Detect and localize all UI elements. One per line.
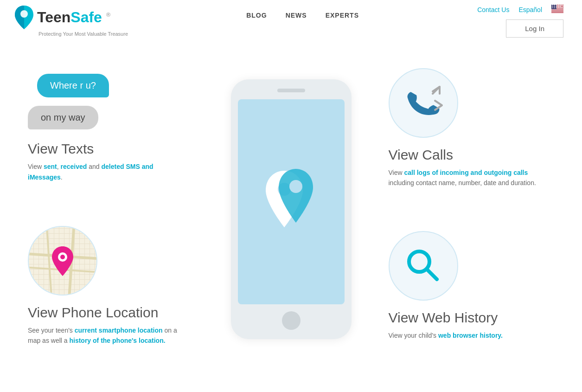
us-flag-icon: ★★★★★★ ★★★★★ ★★★★★★: [551, 5, 563, 15]
location-history-link[interactable]: history of the phone's location.: [69, 337, 165, 344]
call-logs-link[interactable]: call logs of incoming and outgoing calls: [404, 169, 528, 176]
svg-point-13: [289, 180, 302, 193]
sent-link[interactable]: sent: [44, 163, 57, 170]
main-nav: BLOG NEWS EXPERTS: [246, 12, 359, 19]
header-right: Contact Us Español ★★★★★★ ★★★★★ ★★★★★★: [477, 5, 563, 38]
nav-experts[interactable]: EXPERTS: [326, 12, 359, 19]
view-location-desc: See your teen's current smartphone locat…: [28, 325, 185, 346]
nav-blog[interactable]: BLOG: [246, 12, 267, 19]
view-texts-section: Where r u? on my way View Texts View sen…: [19, 47, 212, 209]
view-web-desc: View your child's web browser history.: [389, 330, 503, 341]
phone-call-icon: [403, 82, 444, 124]
calls-icon-circle: [389, 68, 458, 138]
login-button[interactable]: Log In: [506, 19, 563, 38]
svg-rect-5: [551, 9, 563, 10]
view-calls-section: View Calls View call logs of incoming an…: [370, 47, 564, 209]
web-history-link[interactable]: web browser history.: [438, 332, 503, 339]
view-texts-desc: View sent, received and deleted SMS and …: [28, 161, 185, 182]
center-phone: [212, 47, 370, 372]
view-calls-desc: View call logs of incoming and outgoing …: [389, 167, 546, 188]
view-location-section: View Phone Location See your teen's curr…: [19, 209, 212, 372]
svg-point-19: [60, 255, 65, 259]
main-content: Where r u? on my way View Texts View sen…: [0, 38, 582, 381]
phone-speaker: [277, 89, 305, 92]
view-web-title: View Web History: [389, 310, 498, 326]
logo-text: TeenSafe ®: [37, 9, 110, 26]
phone-screen: [238, 99, 345, 304]
svg-rect-6: [551, 10, 563, 11]
phone-home-button: [282, 311, 301, 330]
view-texts-title: View Texts: [28, 141, 94, 157]
teensafe-logo-icon: [14, 5, 35, 30]
location-icon-circle: [28, 226, 97, 296]
view-location-title: View Phone Location: [28, 305, 158, 321]
map-pin-icon: [50, 244, 76, 277]
current-location-link[interactable]: current smartphone location: [75, 327, 163, 334]
header-links: Contact Us Español ★★★★★★ ★★★★★ ★★★★★★: [477, 5, 563, 15]
contact-us-link[interactable]: Contact Us: [477, 6, 509, 13]
view-web-section: View Web History View your child's web b…: [370, 209, 564, 372]
received-link[interactable]: received: [61, 163, 87, 170]
chat-bubbles: Where r u? on my way: [28, 74, 109, 129]
svg-line-21: [427, 269, 437, 279]
sent-bubble: Where r u?: [37, 74, 109, 97]
view-calls-title: View Calls: [389, 147, 454, 163]
magnifier-icon: [403, 246, 443, 285]
location-pin-icon: [261, 167, 321, 237]
logo-area: TeenSafe ® Protecting Your Most Valuable…: [14, 5, 128, 37]
svg-rect-7: [551, 12, 563, 12]
nav-news[interactable]: NEWS: [286, 12, 307, 19]
phone-mockup: [231, 79, 352, 339]
received-bubble: on my way: [28, 106, 98, 129]
espanol-link[interactable]: Español: [518, 6, 542, 13]
logo-subtitle: Protecting Your Most Valuable Treasure: [38, 31, 128, 37]
web-icon-circle: [389, 231, 458, 301]
svg-point-0: [20, 10, 28, 18]
svg-text:★★★★★★: ★★★★★★: [552, 5, 563, 6]
